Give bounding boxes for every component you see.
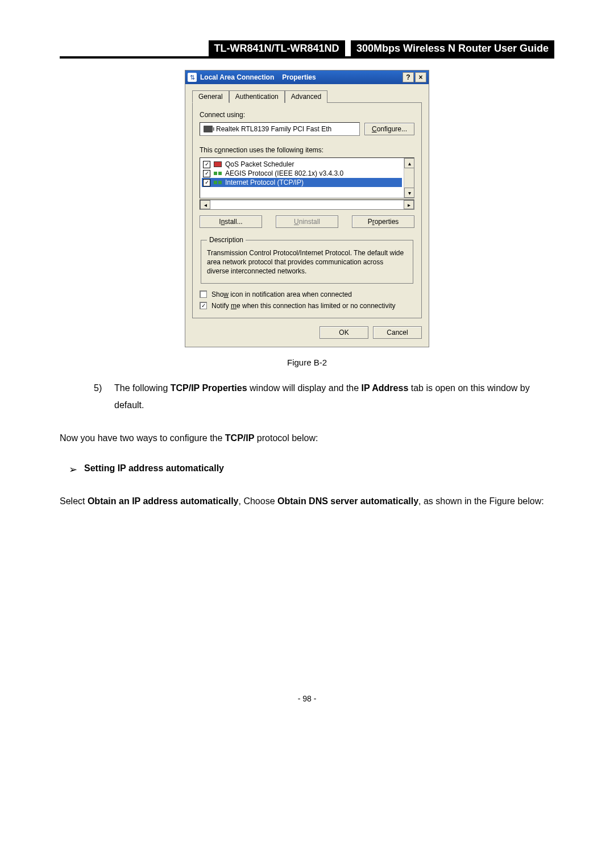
scroll-down-icon[interactable]: ▾ [404,188,414,198]
checkbox-unchecked-icon[interactable] [200,290,207,298]
network-connection-icon: ⇅ [188,73,197,82]
notify-checkbox-row[interactable]: ✓ Notify me when this connection has lim… [200,302,414,310]
checkbox-icon[interactable]: ✓ [203,161,210,168]
uninstall-button[interactable]: Uninstall [276,215,338,228]
item-label: QoS Packet Scheduler [225,160,294,168]
protocol-icon [214,170,222,177]
help-button[interactable]: ? [403,72,414,82]
configure-button[interactable]: Configure... [364,123,414,135]
document-header: TL-WR841N/TL-WR841ND 300Mbps Wireless N … [60,43,554,59]
vertical-scrollbar[interactable]: ▴ ▾ [404,158,414,198]
scroll-up-icon[interactable]: ▴ [404,158,414,168]
step-text: The following TCP/IP Properties window w… [114,380,554,414]
tabs: General Authentication Advanced [192,90,422,103]
horizontal-scrollbar[interactable]: ◂ ▸ [200,200,414,210]
tab-advanced[interactable]: Advanced [285,90,327,103]
list-item[interactable]: ✓ AEGIS Protocol (IEEE 802.1x) v3.4.3.0 [202,169,402,178]
tab-authentication[interactable]: Authentication [229,90,285,103]
adapter-field[interactable]: Realtek RTL8139 Family PCI Fast Eth [200,122,360,136]
page-number: - 98 - [60,694,554,703]
checkbox-icon[interactable]: ✓ [203,170,210,177]
notify-label: Notify me when this connection has limit… [211,302,396,310]
properties-dialog: ⇅ Local Area Connection Properties ? × G… [185,70,429,347]
step-5: 5) The following TCP/IP Properties windo… [60,380,554,414]
cancel-button[interactable]: Cancel [373,326,422,339]
bullet-text: Setting IP address automatically [84,463,224,474]
step-number: 5) [94,380,114,414]
checkbox-checked-icon[interactable]: ✓ [200,302,207,309]
description-legend: Description [207,236,246,244]
doc-title: 300Mbps Wireless N Router User Guide [351,40,554,56]
item-label: AEGIS Protocol (IEEE 802.1x) v3.4.3.0 [225,169,343,177]
adapter-name: Realtek RTL8139 Family PCI Fast Eth [216,125,331,133]
network-adapter-icon [204,126,213,132]
qos-icon [214,161,222,167]
checkbox-icon[interactable]: ✓ [203,179,210,186]
description-text: Transmission Control Protocol/Internet P… [207,248,407,276]
items-listbox[interactable]: ✓ QoS Packet Scheduler ✓ AEGIS Protocol … [200,157,414,198]
dialog-title-1: Local Area Connection [200,73,274,81]
protocol-icon [214,179,222,186]
properties-button[interactable]: Properties [352,215,414,228]
scroll-right-icon[interactable]: ▸ [404,200,414,209]
tab-panel-general: Connect using: Realtek RTL8139 Family PC… [192,103,422,318]
dialog-title-2: Properties [282,73,403,81]
figure-label: Figure B-2 [60,358,554,367]
show-icon-label: Show icon in notification area when conn… [211,290,352,298]
close-button[interactable]: × [415,72,426,82]
list-item[interactable]: ✓ QoS Packet Scheduler [202,160,402,169]
paragraph-config-ways: Now you have two ways to configure the T… [60,430,554,447]
tab-general[interactable]: General [192,90,229,103]
ok-button[interactable]: OK [320,326,368,339]
bullet-auto-ip: ➢ Setting IP address automatically [60,463,554,476]
show-icon-checkbox-row[interactable]: Show icon in notification area when conn… [200,290,414,298]
items-label: This connection uses the following items… [200,146,414,154]
item-label: Internet Protocol (TCP/IP) [225,178,304,186]
description-group: Description Transmission Control Protoco… [201,236,413,284]
doc-model: TL-WR841N/TL-WR841ND [209,40,345,56]
install-button[interactable]: Install... [200,215,262,228]
dialog-titlebar[interactable]: ⇅ Local Area Connection Properties ? × [185,70,429,84]
triangle-bullet-icon: ➢ [69,463,77,476]
scroll-left-icon[interactable]: ◂ [200,200,210,209]
paragraph-select-obtain: Select Obtain an IP address automaticall… [60,491,554,512]
connect-using-label: Connect using: [200,111,414,119]
list-item-selected[interactable]: ✓ Internet Protocol (TCP/IP) [202,178,402,187]
